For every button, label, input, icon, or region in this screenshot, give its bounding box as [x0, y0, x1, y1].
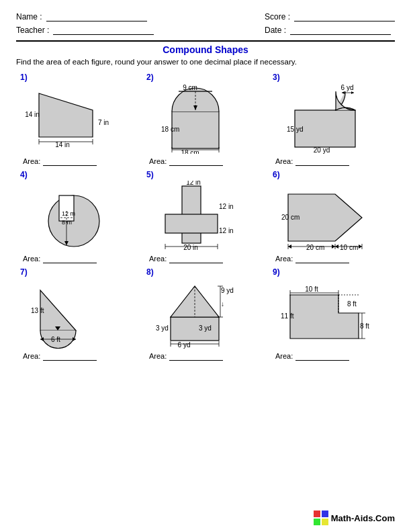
svg-text:20 cm: 20 cm: [281, 214, 300, 221]
problem-1: 1) 14 in 7 in 14 in Area:: [16, 70, 142, 167]
problem-3: 3) 15 yd 20 yd 6 yd: [269, 70, 395, 167]
problem-3-num: 3): [273, 73, 280, 82]
figure-1: 14 in 7 in 14 in: [26, 83, 133, 154]
svg-rect-26: [59, 195, 74, 221]
svg-8: 9 yd ↓ 3 yd 3 yd 6 yd: [152, 278, 259, 349]
problem-2-num: 2): [146, 73, 154, 82]
problem-4: 4) 12 m 8 m: [16, 167, 142, 265]
area-1: Area:: [20, 157, 97, 166]
svg-text:6 ft: 6 ft: [51, 336, 60, 343]
footer-text: Math-Aids.Com: [331, 513, 395, 523]
area-4-label: Area:: [23, 255, 40, 263]
problem-7-num: 7): [20, 267, 28, 277]
score-label: Score :: [265, 12, 290, 21]
area-9: Area:: [273, 351, 349, 361]
area-6-input[interactable]: [295, 254, 349, 263]
svg-text:12 m: 12 m: [62, 210, 75, 217]
svg-text:12 in: 12 in: [219, 227, 234, 234]
area-1-input[interactable]: [43, 157, 97, 166]
area-5-input[interactable]: [169, 254, 223, 263]
score-line[interactable]: [294, 12, 395, 21]
teacher-line[interactable]: [53, 26, 154, 35]
svg-2: 9 cm 18 cm 18 cm: [152, 83, 259, 154]
figure-8: 9 yd ↓ 3 yd 3 yd 6 yd: [152, 278, 259, 349]
figure-4: 12 m 8 m: [26, 181, 133, 251]
date-label: Date :: [265, 26, 286, 35]
area-7: Area:: [20, 351, 97, 361]
instructions: Find the area of each figure, round your…: [16, 58, 395, 66]
area-9-input[interactable]: [295, 351, 349, 361]
svg-text:6 yd: 6 yd: [178, 341, 191, 349]
svg-marker-0: [39, 93, 93, 137]
problem-6-num: 6): [273, 170, 280, 179]
date-line[interactable]: [290, 26, 391, 35]
figure-3: 15 yd 20 yd 6 yd: [278, 83, 385, 154]
svg-marker-54: [359, 245, 362, 249]
figure-6: 20 cm 20 cm 10 cm: [278, 181, 385, 251]
figure-9: 10 ft 8 ft 11 ft 8 ft: [278, 278, 385, 349]
area-8-label: Area:: [149, 352, 167, 360]
problem-8: 8) 9 yd ↓ 3 yd 3 yd 6 yd: [142, 265, 269, 362]
page-title: Compound Shapes: [16, 44, 395, 55]
svg-7: 13 ft 6 ft: [26, 278, 133, 349]
area-2: Area:: [146, 157, 223, 166]
area-4-input[interactable]: [43, 254, 97, 263]
svg-text:8 ft: 8 ft: [347, 300, 357, 308]
problem-7: 7) 13 ft 6 ft: [16, 265, 142, 362]
area-6-label: Area:: [275, 255, 293, 263]
teacher-label: Teacher :: [16, 26, 49, 35]
area-5: Area:: [146, 254, 223, 263]
svg-text:13 ft: 13 ft: [31, 307, 44, 314]
header-left: Name : Teacher :: [16, 12, 154, 35]
svg-text:3 yd: 3 yd: [156, 324, 169, 332]
problem-5-num: 5): [146, 170, 154, 179]
area-9-label: Area:: [275, 352, 293, 360]
divider: [16, 40, 395, 42]
date-row: Date :: [265, 26, 395, 35]
area-8: Area:: [146, 351, 223, 361]
area-7-input[interactable]: [43, 351, 97, 361]
svg-rect-90: [322, 511, 328, 517]
problem-1-num: 1): [20, 73, 28, 82]
problem-6: 6) 20 cm 20 cm 10 cm: [269, 167, 395, 265]
header-right: Score : Date :: [265, 12, 395, 35]
svg-rect-62: [171, 317, 219, 341]
svg-5: 12 in 12 in 12 in 20 in: [152, 181, 259, 251]
score-row: Score :: [265, 12, 395, 21]
svg-text:10 ft: 10 ft: [305, 285, 318, 293]
name-line[interactable]: [46, 12, 147, 21]
area-2-input[interactable]: [169, 157, 223, 166]
svg-rect-91: [314, 519, 320, 525]
svg-9: 10 ft 8 ft 11 ft 8 ft: [278, 278, 385, 349]
problem-9-num: 9): [273, 267, 280, 277]
mathaid-logo-icon: [314, 511, 328, 525]
svg-marker-53: [335, 245, 338, 249]
teacher-row: Teacher :: [16, 26, 154, 35]
svg-marker-51: [288, 245, 291, 249]
svg-text:9 cm: 9 cm: [183, 84, 197, 91]
area-8-input[interactable]: [169, 351, 223, 361]
svg-marker-23: [342, 91, 345, 94]
area-3-input[interactable]: [295, 157, 349, 166]
svg-rect-18: [295, 110, 355, 147]
figure-7: 13 ft 6 ft: [26, 278, 133, 349]
problem-4-num: 4): [20, 170, 28, 179]
svg-1: 14 in 7 in 14 in: [26, 83, 133, 154]
area-6: Area:: [273, 254, 349, 263]
svg-text:12 in: 12 in: [186, 181, 201, 186]
area-3: Area:: [273, 157, 349, 166]
svg-text:7 in: 7 in: [98, 119, 109, 126]
footer: Math-Aids.Com: [314, 511, 395, 525]
area-2-label: Area:: [149, 157, 167, 165]
svg-rect-89: [314, 511, 320, 517]
svg-text:9 yd: 9 yd: [221, 287, 234, 294]
svg-marker-55: [40, 290, 76, 330]
svg-text:8 ft: 8 ft: [360, 322, 369, 330]
svg-text:14 in: 14 in: [26, 111, 40, 118]
svg-text:18 cm: 18 cm: [161, 126, 179, 133]
svg-rect-34: [165, 214, 218, 233]
problem-5: 5) 12 in 12 in 12 in 20 in: [142, 167, 269, 265]
svg-text:3 yd: 3 yd: [199, 324, 212, 332]
area-5-label: Area:: [149, 255, 167, 263]
svg-text:20 in: 20 in: [183, 244, 198, 251]
